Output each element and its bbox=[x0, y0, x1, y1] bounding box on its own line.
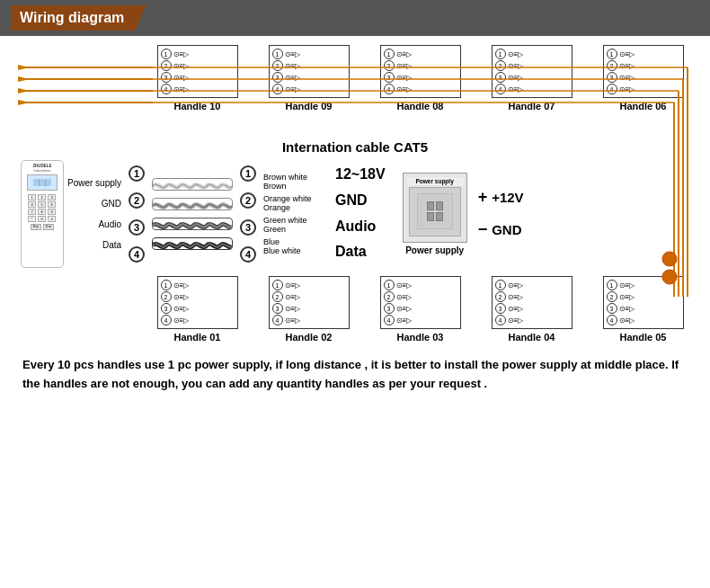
handle-08-box: 1⊙≡▷ 2⊙≡▷ 3⊙≡▷ 4⊙≡▷ bbox=[380, 45, 461, 98]
left-num-2: 2 bbox=[129, 192, 145, 209]
handle-10-row2: 2 ⊙≡▷ bbox=[161, 60, 235, 71]
device-model: Interphone bbox=[33, 168, 50, 173]
right-num-4: 4 bbox=[240, 246, 256, 263]
minus-line: − GND bbox=[478, 220, 524, 239]
num-3: 3 bbox=[161, 72, 172, 83]
handles-bottom-section: 1⊙≡▷ 2⊙≡▷ 3⊙≡▷ 4⊙≡▷ Handle 01 1⊙≡▷ 2⊙≡▷ … bbox=[13, 276, 697, 343]
num-1: 1 bbox=[161, 49, 172, 59]
label-data: Data bbox=[67, 240, 121, 250]
handle-06-group: 1⊙≡▷ 2⊙≡▷ 3⊙≡▷ 4⊙≡▷ Handle 06 bbox=[590, 45, 697, 111]
handle-10-group: 1 ⊙≡▷ 2 ⊙≡▷ 3 ⊙≡▷ 4 ⊙≡▷ bbox=[144, 45, 251, 111]
key-0: 0 bbox=[38, 216, 46, 222]
h02-row1: 1⊙≡▷ bbox=[272, 280, 346, 290]
wire-3 bbox=[152, 218, 233, 230]
seg2 bbox=[40, 179, 45, 186]
screen-display bbox=[33, 179, 51, 186]
key-6: 6 bbox=[48, 201, 56, 208]
label-power: Power supply bbox=[67, 178, 121, 188]
cable-section: Internation cable CAT5 Power supply GND … bbox=[13, 139, 697, 265]
h04-row3: 3⊙≡▷ bbox=[495, 303, 569, 314]
right-num-2: 2 bbox=[240, 192, 256, 209]
h08-row2: 2⊙≡▷ bbox=[384, 60, 457, 71]
intercom-device: ZHUDELE Interphone 1 2 3 4 bbox=[21, 160, 64, 268]
diagram-container: 1 ⊙≡▷ 2 ⊙≡▷ 3 ⊙≡▷ 4 ⊙≡▷ bbox=[13, 45, 697, 343]
h07-row2: 2⊙≡▷ bbox=[495, 60, 569, 71]
handle-09-label: Handle 09 bbox=[286, 101, 333, 111]
num-2: 2 bbox=[161, 60, 172, 71]
voltage-label: 12~18V bbox=[335, 162, 386, 188]
wire-2 bbox=[152, 198, 233, 210]
seg1 bbox=[33, 179, 39, 186]
terminal-3 bbox=[427, 212, 434, 221]
key-9: 9 bbox=[48, 209, 56, 215]
device-screen bbox=[27, 174, 58, 191]
h02-row3: 3⊙≡▷ bbox=[272, 303, 346, 314]
handle-01-label: Handle 01 bbox=[174, 332, 221, 343]
h05-row4: 4⊙≡▷ bbox=[607, 315, 680, 325]
key-1: 1 bbox=[28, 194, 36, 200]
h03-row3: 3⊙≡▷ bbox=[384, 303, 457, 314]
cable-title: Internation cable CAT5 bbox=[13, 139, 697, 155]
cable-diagram: Power supply GND Audio Data 1 2 3 4 bbox=[67, 162, 697, 265]
data-big-label: Data bbox=[335, 239, 386, 265]
handle-10-box: 1 ⊙≡▷ 2 ⊙≡▷ 3 ⊙≡▷ 4 ⊙≡▷ bbox=[157, 45, 238, 98]
key-7: 7 bbox=[28, 209, 36, 215]
h07-row4: 4⊙≡▷ bbox=[495, 84, 569, 94]
terminal-1 bbox=[427, 201, 434, 210]
bottom-text: Every 10 pcs handles use 1 pc power supp… bbox=[13, 356, 697, 394]
cable-right-nums: 1 2 3 4 bbox=[240, 165, 256, 263]
cable-left-labels: Power supply GND Audio Data bbox=[67, 178, 121, 250]
handle-03-box: 1⊙≡▷ 2⊙≡▷ 3⊙≡▷ 4⊙≡▷ bbox=[380, 276, 461, 329]
handle-07-group: 1⊙≡▷ 2⊙≡▷ 3⊙≡▷ 4⊙≡▷ Handle 07 bbox=[478, 45, 585, 111]
wire-label-4: BlueBlue white bbox=[263, 237, 326, 255]
cable-right-labels: Brown whiteBrown Orange whiteOrange Gree… bbox=[263, 173, 326, 255]
h07-row3: 3⊙≡▷ bbox=[495, 72, 569, 83]
handles-bottom-row: 1⊙≡▷ 2⊙≡▷ 3⊙≡▷ 4⊙≡▷ Handle 01 1⊙≡▷ 2⊙≡▷ … bbox=[144, 276, 697, 343]
h04-row1: 1⊙≡▷ bbox=[495, 280, 569, 290]
handle-04-box: 1⊙≡▷ 2⊙≡▷ 3⊙≡▷ 4⊙≡▷ bbox=[492, 276, 572, 329]
handles-top-section: 1 ⊙≡▷ 2 ⊙≡▷ 3 ⊙≡▷ 4 ⊙≡▷ bbox=[13, 45, 697, 139]
handle-06-box: 1⊙≡▷ 2⊙≡▷ 3⊙≡▷ 4⊙≡▷ bbox=[603, 45, 684, 98]
key-star: * bbox=[28, 216, 36, 222]
minus-sign: − bbox=[478, 220, 488, 239]
handle-05-box: 1⊙≡▷ 2⊙≡▷ 3⊙≡▷ 4⊙≡▷ bbox=[603, 276, 684, 329]
left-num-1: 1 bbox=[129, 165, 145, 182]
device-extra-keys: Esc Ent bbox=[31, 224, 54, 230]
ps-body bbox=[409, 187, 461, 236]
h03-row4: 4⊙≡▷ bbox=[384, 315, 457, 325]
h07-row1: 1⊙≡▷ bbox=[495, 49, 569, 59]
key-hash: # bbox=[48, 216, 56, 222]
cable-wires bbox=[152, 178, 233, 250]
handle-02-group: 1⊙≡▷ 2⊙≡▷ 3⊙≡▷ 4⊙≡▷ Handle 02 bbox=[255, 276, 362, 343]
handle-09-group: 1⊙≡▷ 2⊙≡▷ 3⊙≡▷ 4⊙≡▷ Handle 09 bbox=[255, 45, 362, 111]
ps-inner bbox=[417, 193, 453, 229]
h05-row1: 1⊙≡▷ bbox=[607, 280, 680, 290]
left-num-3: 3 bbox=[129, 219, 145, 236]
h08-row3: 3⊙≡▷ bbox=[384, 72, 457, 83]
key-3: 3 bbox=[48, 194, 56, 200]
key-enter: Ent bbox=[43, 224, 54, 230]
h08-row1: 1⊙≡▷ bbox=[384, 49, 457, 59]
h04-row4: 4⊙≡▷ bbox=[495, 315, 569, 325]
h01-row1: 1⊙≡▷ bbox=[161, 280, 235, 290]
h06-row1: 1⊙≡▷ bbox=[607, 49, 680, 59]
power-supply-section: Power supply bbox=[403, 173, 467, 255]
plus-minus-section: + +12V − GND bbox=[478, 188, 524, 239]
h09-row1: 1⊙≡▷ bbox=[272, 49, 346, 59]
h05-row2: 2⊙≡▷ bbox=[607, 291, 680, 302]
handle-05-group: 1⊙≡▷ 2⊙≡▷ 3⊙≡▷ 4⊙≡▷ Handle 05 bbox=[590, 276, 697, 343]
handle-10-row3: 3 ⊙≡▷ bbox=[161, 72, 235, 83]
wire-1 bbox=[152, 178, 233, 191]
gnd-label: GND bbox=[492, 222, 521, 237]
handle-10-row4: 4 ⊙≡▷ bbox=[161, 84, 235, 94]
handle-07-box: 1⊙≡▷ 2⊙≡▷ 3⊙≡▷ 4⊙≡▷ bbox=[492, 45, 572, 98]
wire-label-2: Orange whiteOrange bbox=[263, 194, 326, 212]
header: Wiring diagram bbox=[0, 0, 710, 36]
h09-row2: 2⊙≡▷ bbox=[272, 60, 346, 71]
key-2: 2 bbox=[38, 194, 46, 200]
h01-row3: 3⊙≡▷ bbox=[161, 303, 235, 314]
wire-label-3: Green whiteGreen bbox=[263, 216, 326, 234]
h06-row3: 3⊙≡▷ bbox=[607, 72, 680, 83]
handle-09-box: 1⊙≡▷ 2⊙≡▷ 3⊙≡▷ 4⊙≡▷ bbox=[269, 45, 350, 98]
num-4: 4 bbox=[161, 84, 172, 94]
